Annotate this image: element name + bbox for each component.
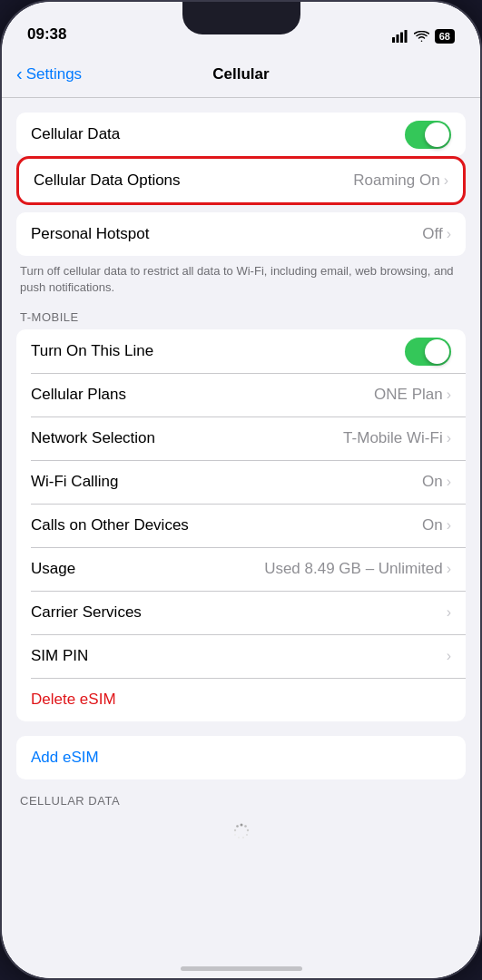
carrier-services-right: › bbox=[447, 604, 451, 621]
personal-hotspot-chevron-icon: › bbox=[447, 226, 451, 242]
delete-esim-row[interactable]: Delete eSIM bbox=[16, 678, 466, 721]
cellular-data-toggle[interactable] bbox=[405, 121, 451, 149]
svg-rect-0 bbox=[392, 37, 395, 43]
cellular-data-options-row[interactable]: Cellular Data Options Roaming On › bbox=[19, 159, 463, 202]
personal-hotspot-label: Personal Hotspot bbox=[31, 225, 149, 243]
usage-right: Used 8.49 GB – Unlimited › bbox=[264, 560, 451, 578]
turn-on-line-label: Turn On This Line bbox=[31, 342, 153, 360]
network-selection-value: T-Mobile Wi-Fi bbox=[343, 429, 443, 447]
calls-other-devices-label: Calls on Other Devices bbox=[31, 516, 189, 534]
status-icons: 68 bbox=[392, 29, 455, 44]
tmobile-card-group: Turn On This Line Cellular Plans ONE Pla… bbox=[16, 329, 466, 721]
sim-pin-label: SIM PIN bbox=[31, 647, 88, 665]
svg-rect-3 bbox=[404, 30, 407, 43]
highlighted-wrapper: Cellular Data Options Roaming On › bbox=[16, 156, 466, 205]
usage-row[interactable]: Usage Used 8.49 GB – Unlimited › bbox=[16, 547, 466, 591]
cellular-data-label: Cellular Data bbox=[31, 125, 120, 143]
calls-other-devices-row[interactable]: Calls on Other Devices On › bbox=[16, 504, 466, 547]
cellular-plans-row[interactable]: Cellular Plans ONE Plan › bbox=[16, 373, 466, 416]
svg-point-9 bbox=[238, 837, 240, 838]
personal-hotspot-row[interactable]: Personal Hotspot Off › bbox=[16, 212, 466, 256]
loading-spinner bbox=[2, 813, 480, 849]
cellular-data-bottom-section: CELLULAR DATA bbox=[2, 794, 480, 849]
network-selection-row[interactable]: Network Selection T-Mobile Wi-Fi › bbox=[16, 416, 466, 460]
cellular-plans-right: ONE Plan › bbox=[374, 386, 451, 404]
calls-other-devices-value: On bbox=[422, 516, 443, 534]
personal-hotspot-section: Personal Hotspot Off › bbox=[16, 212, 466, 256]
wifi-calling-label: Wi-Fi Calling bbox=[31, 473, 118, 491]
status-time: 09:38 bbox=[27, 25, 66, 44]
battery-icon: 68 bbox=[435, 29, 455, 44]
usage-value: Used 8.49 GB – Unlimited bbox=[264, 560, 443, 578]
usage-label: Usage bbox=[31, 560, 75, 578]
svg-point-10 bbox=[233, 834, 235, 836]
svg-point-7 bbox=[245, 834, 247, 836]
cellular-data-options-value: Roaming On bbox=[353, 172, 439, 190]
phone-screen: 09:38 68 bbox=[2, 2, 480, 978]
carrier-services-chevron-icon: › bbox=[447, 604, 451, 621]
svg-point-11 bbox=[233, 829, 235, 831]
top-card-group: Cellular Data bbox=[16, 113, 466, 156]
sim-pin-right: › bbox=[447, 648, 451, 664]
phone-frame: 09:38 68 bbox=[0, 0, 482, 980]
back-chevron-icon: ‹ bbox=[16, 64, 23, 84]
toggle-knob-2 bbox=[425, 339, 449, 364]
wifi-calling-right: On › bbox=[422, 473, 451, 491]
wifi-calling-chevron-icon: › bbox=[447, 474, 451, 490]
delete-esim-label: Delete eSIM bbox=[31, 691, 116, 709]
cellular-note: Turn off cellular data to restrict all d… bbox=[2, 256, 480, 296]
network-selection-label: Network Selection bbox=[31, 429, 155, 447]
cellular-data-options-chevron-icon: › bbox=[444, 172, 448, 189]
cellular-data-row: Cellular Data bbox=[16, 113, 466, 156]
network-selection-chevron-icon: › bbox=[447, 430, 451, 446]
wifi-calling-row[interactable]: Wi-Fi Calling On › bbox=[16, 460, 466, 504]
svg-point-5 bbox=[244, 826, 247, 828]
content-area: Cellular Data Cellular Data Options Roam… bbox=[2, 98, 480, 978]
sim-pin-chevron-icon: › bbox=[447, 648, 451, 664]
cellular-data-options-highlighted: Cellular Data Options Roaming On › bbox=[16, 156, 466, 205]
turn-on-line-toggle[interactable] bbox=[405, 338, 451, 366]
svg-point-6 bbox=[246, 829, 248, 831]
home-indicator bbox=[181, 966, 302, 971]
nav-bar: ‹ Settings Cellular bbox=[2, 51, 480, 98]
back-label: Settings bbox=[26, 65, 82, 83]
carrier-services-label: Carrier Services bbox=[31, 603, 142, 622]
notch bbox=[182, 2, 300, 34]
tmobile-section: T-MOBILE Turn On This Line Cellular Plan… bbox=[2, 310, 480, 721]
svg-rect-1 bbox=[396, 34, 398, 43]
add-esim-row[interactable]: Add eSIM bbox=[16, 736, 466, 779]
personal-hotspot-right: Off › bbox=[422, 225, 451, 243]
turn-on-line-row: Turn On This Line bbox=[16, 329, 466, 373]
signal-icon bbox=[392, 30, 408, 43]
usage-chevron-icon: › bbox=[447, 561, 451, 577]
calls-other-devices-right: On › bbox=[422, 516, 451, 534]
cellular-plans-label: Cellular Plans bbox=[31, 386, 126, 404]
spinner-icon bbox=[232, 822, 251, 840]
cellular-data-section-label: CELLULAR DATA bbox=[2, 794, 480, 808]
add-esim-group: Add eSIM bbox=[16, 736, 466, 779]
top-section: Cellular Data bbox=[2, 113, 480, 156]
sim-pin-row[interactable]: SIM PIN › bbox=[16, 634, 466, 678]
svg-point-8 bbox=[242, 837, 244, 838]
add-esim-label: Add eSIM bbox=[31, 749, 99, 767]
wifi-icon bbox=[414, 31, 429, 43]
add-esim-section: Add eSIM bbox=[2, 736, 480, 779]
cellular-data-options-label: Cellular Data Options bbox=[34, 172, 181, 190]
back-button[interactable]: ‹ Settings bbox=[16, 64, 82, 84]
calls-other-devices-chevron-icon: › bbox=[447, 517, 451, 534]
personal-hotspot-value: Off bbox=[422, 225, 442, 243]
cellular-data-options-right: Roaming On › bbox=[353, 172, 448, 190]
svg-point-12 bbox=[236, 826, 239, 828]
svg-rect-2 bbox=[400, 33, 403, 44]
wifi-calling-value: On bbox=[422, 473, 443, 491]
status-bar: 09:38 68 bbox=[2, 2, 480, 51]
svg-point-4 bbox=[240, 824, 242, 827]
network-selection-right: T-Mobile Wi-Fi › bbox=[343, 429, 451, 447]
cellular-plans-value: ONE Plan bbox=[374, 386, 443, 404]
carrier-services-row[interactable]: Carrier Services › bbox=[16, 591, 466, 634]
personal-hotspot-group: Personal Hotspot Off › bbox=[16, 212, 466, 256]
tmobile-section-label: T-MOBILE bbox=[2, 310, 480, 324]
cellular-plans-chevron-icon: › bbox=[447, 387, 451, 403]
toggle-knob bbox=[425, 122, 449, 147]
page-title: Cellular bbox=[212, 65, 269, 83]
